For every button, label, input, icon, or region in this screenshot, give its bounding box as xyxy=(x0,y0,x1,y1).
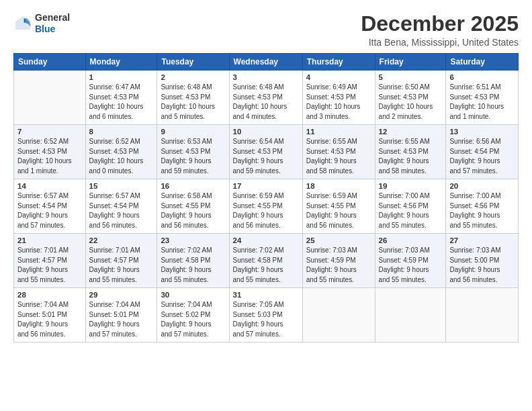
calendar-day-cell: 10Sunrise: 6:54 AMSunset: 4:53 PMDayligh… xyxy=(229,125,302,179)
calendar-week-row: 14Sunrise: 6:57 AMSunset: 4:54 PMDayligh… xyxy=(14,179,519,234)
day-number: 5 xyxy=(379,73,443,81)
day-info: Sunrise: 7:02 AMSunset: 4:58 PMDaylight:… xyxy=(161,246,225,285)
day-number: 3 xyxy=(233,73,299,81)
day-number: 25 xyxy=(306,236,371,244)
calendar-day-cell: 29Sunrise: 7:04 AMSunset: 5:01 PMDayligh… xyxy=(85,288,157,342)
day-of-week-header: Friday xyxy=(375,54,446,71)
day-number: 6 xyxy=(449,73,515,81)
calendar-day-cell xyxy=(14,71,86,125)
day-number: 9 xyxy=(161,128,225,136)
day-info: Sunrise: 6:51 AMSunset: 4:53 PMDaylight:… xyxy=(449,83,515,122)
calendar-day-cell: 30Sunrise: 7:04 AMSunset: 5:02 PMDayligh… xyxy=(157,288,229,342)
calendar-day-cell: 21Sunrise: 7:01 AMSunset: 4:57 PMDayligh… xyxy=(14,234,86,288)
day-info: Sunrise: 7:03 AMSunset: 4:59 PMDaylight:… xyxy=(379,246,443,285)
calendar-week-row: 1Sunrise: 6:47 AMSunset: 4:53 PMDaylight… xyxy=(14,71,519,125)
calendar-day-cell: 12Sunrise: 6:55 AMSunset: 4:53 PMDayligh… xyxy=(375,125,446,179)
day-info: Sunrise: 7:04 AMSunset: 5:01 PMDaylight:… xyxy=(89,300,154,339)
day-number: 11 xyxy=(306,128,371,136)
day-number: 8 xyxy=(89,128,154,136)
calendar-day-cell: 18Sunrise: 6:59 AMSunset: 4:55 PMDayligh… xyxy=(302,179,375,234)
day-number: 24 xyxy=(233,236,299,244)
day-number: 15 xyxy=(89,182,154,190)
logo-general: General xyxy=(35,12,70,24)
logo-icon xyxy=(13,14,32,33)
day-number: 29 xyxy=(89,291,154,299)
day-of-week-header: Thursday xyxy=(302,54,375,71)
calendar-day-cell: 6Sunrise: 6:51 AMSunset: 4:53 PMDaylight… xyxy=(446,71,519,125)
day-info: Sunrise: 6:49 AMSunset: 4:53 PMDaylight:… xyxy=(306,83,371,122)
calendar-day-cell xyxy=(375,288,446,342)
calendar-table: SundayMondayTuesdayWednesdayThursdayFrid… xyxy=(13,53,519,342)
day-number: 16 xyxy=(161,182,225,190)
calendar-day-cell: 13Sunrise: 6:56 AMSunset: 4:54 PMDayligh… xyxy=(446,125,519,179)
day-number: 4 xyxy=(306,73,371,81)
day-info: Sunrise: 7:03 AMSunset: 5:00 PMDaylight:… xyxy=(449,246,515,285)
calendar-day-cell: 5Sunrise: 6:50 AMSunset: 4:53 PMDaylight… xyxy=(375,71,446,125)
day-info: Sunrise: 7:00 AMSunset: 4:56 PMDaylight:… xyxy=(379,191,443,230)
calendar-day-cell: 19Sunrise: 7:00 AMSunset: 4:56 PMDayligh… xyxy=(375,179,446,234)
day-info: Sunrise: 6:56 AMSunset: 4:54 PMDaylight:… xyxy=(449,137,515,176)
calendar-day-cell: 8Sunrise: 6:52 AMSunset: 4:53 PMDaylight… xyxy=(85,125,157,179)
location: Itta Bena, Mississippi, United States xyxy=(361,37,519,48)
day-info: Sunrise: 6:54 AMSunset: 4:53 PMDaylight:… xyxy=(233,137,299,176)
day-number: 2 xyxy=(161,73,225,81)
calendar-day-cell: 3Sunrise: 6:48 AMSunset: 4:53 PMDaylight… xyxy=(229,71,302,125)
calendar-week-row: 7Sunrise: 6:52 AMSunset: 4:53 PMDaylight… xyxy=(14,125,519,179)
logo-text: General Blue xyxy=(35,12,70,35)
day-number: 22 xyxy=(89,236,154,244)
day-number: 30 xyxy=(161,291,225,299)
day-info: Sunrise: 6:57 AMSunset: 4:54 PMDaylight:… xyxy=(89,191,154,230)
calendar-day-cell: 15Sunrise: 6:57 AMSunset: 4:54 PMDayligh… xyxy=(85,179,157,234)
calendar-week-row: 28Sunrise: 7:04 AMSunset: 5:01 PMDayligh… xyxy=(14,288,519,342)
calendar-day-cell xyxy=(302,288,375,342)
day-info: Sunrise: 7:04 AMSunset: 5:02 PMDaylight:… xyxy=(161,300,225,339)
day-of-week-header: Saturday xyxy=(446,54,519,71)
day-info: Sunrise: 6:48 AMSunset: 4:53 PMDaylight:… xyxy=(161,83,225,122)
calendar-day-cell: 25Sunrise: 7:03 AMSunset: 4:59 PMDayligh… xyxy=(302,234,375,288)
day-info: Sunrise: 7:03 AMSunset: 4:59 PMDaylight:… xyxy=(306,246,371,285)
header: General Blue December 2025 Itta Bena, Mi… xyxy=(13,12,519,48)
day-info: Sunrise: 7:04 AMSunset: 5:01 PMDaylight:… xyxy=(17,300,82,339)
day-info: Sunrise: 6:53 AMSunset: 4:53 PMDaylight:… xyxy=(161,137,225,176)
day-number: 12 xyxy=(379,128,443,136)
month-title: December 2025 xyxy=(361,12,519,36)
calendar-day-cell: 9Sunrise: 6:53 AMSunset: 4:53 PMDaylight… xyxy=(157,125,229,179)
day-number: 23 xyxy=(161,236,225,244)
day-info: Sunrise: 7:01 AMSunset: 4:57 PMDaylight:… xyxy=(89,246,154,285)
day-number: 18 xyxy=(306,182,371,190)
day-of-week-header: Tuesday xyxy=(157,54,229,71)
calendar-day-cell: 1Sunrise: 6:47 AMSunset: 4:53 PMDaylight… xyxy=(85,71,157,125)
day-info: Sunrise: 6:55 AMSunset: 4:53 PMDaylight:… xyxy=(379,137,443,176)
day-number: 21 xyxy=(17,236,82,244)
calendar-day-cell: 2Sunrise: 6:48 AMSunset: 4:53 PMDaylight… xyxy=(157,71,229,125)
day-number: 10 xyxy=(233,128,299,136)
day-number: 19 xyxy=(379,182,443,190)
title-section: December 2025 Itta Bena, Mississippi, Un… xyxy=(361,12,519,48)
day-info: Sunrise: 6:47 AMSunset: 4:53 PMDaylight:… xyxy=(89,83,154,122)
day-info: Sunrise: 6:57 AMSunset: 4:54 PMDaylight:… xyxy=(17,191,82,230)
day-info: Sunrise: 6:52 AMSunset: 4:53 PMDaylight:… xyxy=(89,137,154,176)
day-number: 7 xyxy=(17,128,82,136)
day-info: Sunrise: 7:00 AMSunset: 4:56 PMDaylight:… xyxy=(449,191,515,230)
calendar-day-cell: 11Sunrise: 6:55 AMSunset: 4:53 PMDayligh… xyxy=(302,125,375,179)
calendar-day-cell: 14Sunrise: 6:57 AMSunset: 4:54 PMDayligh… xyxy=(14,179,86,234)
calendar-day-cell: 26Sunrise: 7:03 AMSunset: 4:59 PMDayligh… xyxy=(375,234,446,288)
day-of-week-header: Sunday xyxy=(14,54,86,71)
calendar-day-cell: 27Sunrise: 7:03 AMSunset: 5:00 PMDayligh… xyxy=(446,234,519,288)
day-of-week-header: Wednesday xyxy=(229,54,302,71)
calendar-day-cell: 31Sunrise: 7:05 AMSunset: 5:03 PMDayligh… xyxy=(229,288,302,342)
day-info: Sunrise: 7:01 AMSunset: 4:57 PMDaylight:… xyxy=(17,246,82,285)
calendar-day-cell: 20Sunrise: 7:00 AMSunset: 4:56 PMDayligh… xyxy=(446,179,519,234)
day-info: Sunrise: 6:50 AMSunset: 4:53 PMDaylight:… xyxy=(379,83,443,122)
page: General Blue December 2025 Itta Bena, Mi… xyxy=(0,0,532,411)
day-info: Sunrise: 6:59 AMSunset: 4:55 PMDaylight:… xyxy=(306,191,371,230)
calendar-day-cell: 28Sunrise: 7:04 AMSunset: 5:01 PMDayligh… xyxy=(14,288,86,342)
day-number: 1 xyxy=(89,73,154,81)
calendar-day-cell: 24Sunrise: 7:02 AMSunset: 4:58 PMDayligh… xyxy=(229,234,302,288)
day-info: Sunrise: 7:02 AMSunset: 4:58 PMDaylight:… xyxy=(233,246,299,285)
calendar-week-row: 21Sunrise: 7:01 AMSunset: 4:57 PMDayligh… xyxy=(14,234,519,288)
day-of-week-header: Monday xyxy=(85,54,157,71)
day-info: Sunrise: 6:48 AMSunset: 4:53 PMDaylight:… xyxy=(233,83,299,122)
day-number: 14 xyxy=(17,182,82,190)
day-info: Sunrise: 6:58 AMSunset: 4:55 PMDaylight:… xyxy=(161,191,225,230)
